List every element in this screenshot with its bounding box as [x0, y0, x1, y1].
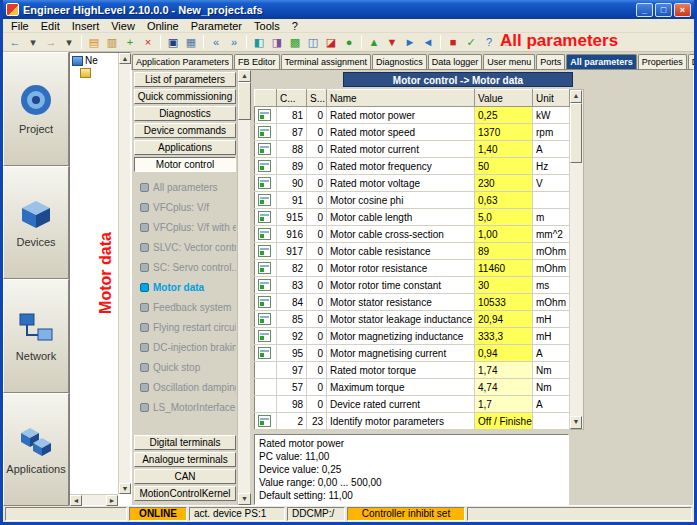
scrollbar-thumb[interactable] [570, 103, 582, 163]
scroll-up-icon[interactable]: ▲ [119, 53, 131, 64]
column-unit[interactable]: Unit [533, 90, 570, 107]
watch-icon[interactable]: ● [340, 34, 358, 51]
category-can[interactable]: CAN [134, 469, 236, 484]
subitem-dc-injection-braking[interactable]: DC-injection braking [140, 337, 236, 357]
table-row[interactable]: 95 0 Motor magnetising current 0,94 A [255, 345, 570, 362]
category-scrollbar[interactable]: ▲ ▼ [237, 70, 250, 505]
sidebar-item-project[interactable]: Project [3, 52, 69, 166]
delete-icon[interactable]: × [139, 34, 157, 51]
value-cell[interactable]: 0,25 [475, 107, 533, 124]
value-cell[interactable]: 1370 [475, 124, 533, 141]
oscilloscope-view-icon[interactable]: ◪ [322, 34, 340, 51]
tab-application-parameters[interactable]: Application Parameters [132, 54, 233, 69]
table-row[interactable]: 57 0 Maximum torque 4,74 Nm [255, 379, 570, 396]
value-cell[interactable]: 50 [475, 158, 533, 175]
column-sub[interactable]: S... [307, 90, 327, 107]
menu-file[interactable]: File [5, 20, 35, 32]
value-cell[interactable]: 1,40 [475, 141, 533, 158]
maximize-button[interactable]: □ [655, 3, 672, 17]
print-icon[interactable]: ▦ [182, 34, 200, 51]
tab-documentation[interactable]: Documentation [688, 54, 694, 69]
tab-all-parameters[interactable]: All parameters [566, 54, 637, 69]
new-project-icon[interactable]: ▤ [85, 34, 103, 51]
table-row[interactable]: 87 0 Rated motor speed 1370 rpm [255, 124, 570, 141]
table-row[interactable]: 89 0 Rated motor frequency 50 Hz [255, 158, 570, 175]
back-icon[interactable]: ← [6, 34, 24, 51]
go-online-icon[interactable]: ▲ [365, 34, 383, 51]
value-cell[interactable]: 230 [475, 175, 533, 192]
subitem-vfcplus-vf[interactable]: VFCplus: V/f [140, 197, 236, 217]
value-cell[interactable]: 333,3 [475, 328, 533, 345]
category-diagnostics[interactable]: Diagnostics [134, 106, 236, 121]
category-digital-terminals[interactable]: Digital terminals [134, 435, 236, 450]
table-row[interactable]: 2 23 Identify motor parameters Off / Fin… [255, 413, 570, 430]
table-row[interactable]: 98 0 Device rated current 1,7 A [255, 396, 570, 413]
category-list-of-parameters[interactable]: List of parameters [134, 72, 236, 87]
column-name[interactable]: Name [327, 90, 475, 107]
column-value[interactable]: Value [475, 90, 533, 107]
table-row[interactable]: 916 0 Motor cable cross-section 1,00 mm^… [255, 226, 570, 243]
insert-device-icon[interactable]: + [121, 34, 139, 51]
tab-terminal-assignment[interactable]: Terminal assignment [281, 54, 372, 69]
table-row[interactable]: 915 0 Motor cable length 5,0 m [255, 209, 570, 226]
column-code[interactable]: C... [277, 90, 307, 107]
tab-fb-editor[interactable]: FB Editor [234, 54, 280, 69]
value-cell[interactable]: 11460 [475, 260, 533, 277]
menu-online[interactable]: Online [141, 20, 185, 32]
save-icon[interactable]: ▣ [164, 34, 182, 51]
value-cell[interactable]: 0,94 [475, 345, 533, 362]
minimize-button[interactable]: _ [636, 3, 653, 17]
table-row[interactable]: 91 0 Motor cosine phi 0,63 [255, 192, 570, 209]
redo-icon[interactable]: » [225, 34, 243, 51]
scroll-up-icon[interactable]: ▲ [570, 90, 582, 103]
tab-user-menu[interactable]: User menu [483, 54, 535, 69]
forward-history-icon[interactable]: ▾ [60, 34, 78, 51]
undo-icon[interactable]: « [207, 34, 225, 51]
sidebar-item-applications[interactable]: Applications [3, 393, 69, 507]
subitem-oscillation-damping[interactable]: Oscillation damping [140, 377, 236, 397]
subitem-all-parameters[interactable]: All parameters [140, 177, 236, 197]
value-cell[interactable]: 10533 [475, 294, 533, 311]
terminal-view-icon[interactable]: ▩ [286, 34, 304, 51]
forward-icon[interactable]: → [42, 34, 60, 51]
value-cell[interactable]: 0,63 [475, 192, 533, 209]
value-cell[interactable]: Off / Finished [475, 413, 533, 430]
value-cell[interactable]: 5,0 [475, 209, 533, 226]
subitem-motor-data[interactable]: Motor data [140, 277, 236, 297]
go-offline-icon[interactable]: ▼ [383, 34, 401, 51]
category-device-commands[interactable]: Device commands [134, 123, 236, 138]
menu-help[interactable]: ? [286, 20, 304, 32]
tree-vertical-scrollbar[interactable]: ▲ ▼ [118, 53, 130, 494]
controller-enable-icon[interactable]: ✓ [462, 34, 480, 51]
table-row[interactable]: 88 0 Rated motor current 1,40 A [255, 141, 570, 158]
table-row[interactable]: 92 0 Motor magnetizing inductance 333,3 … [255, 328, 570, 345]
table-row[interactable]: 81 0 Rated motor power 0,25 kW [255, 107, 570, 124]
subitem-feedback-system[interactable]: Feedback system [140, 297, 236, 317]
open-project-icon[interactable]: ▥ [103, 34, 121, 51]
subitem-flying-restart[interactable]: Flying restart circuit [140, 317, 236, 337]
category-quick-commissioning[interactable]: Quick commissioning [134, 89, 236, 104]
download-parameters-icon[interactable]: ► [401, 34, 419, 51]
value-cell[interactable]: 30 [475, 277, 533, 294]
category-applications[interactable]: Applications [134, 140, 236, 155]
table-row[interactable]: 84 0 Motor stator resistance 10533 mOhm [255, 294, 570, 311]
help-icon[interactable]: ? [480, 34, 498, 51]
monitor-view-icon[interactable]: ◫ [304, 34, 322, 51]
scroll-left-icon[interactable]: ◄ [70, 495, 82, 506]
subitem-ls-motorinterface[interactable]: LS_MotorInterface [140, 397, 236, 417]
category-motioncontrolkernel[interactable]: MotionControlKernel [134, 486, 236, 501]
value-cell[interactable]: 20,94 [475, 311, 533, 328]
tree-horizontal-scrollbar[interactable]: ◄ ► [70, 494, 118, 505]
subitem-quick-stop[interactable]: Quick stop [140, 357, 236, 377]
value-cell[interactable]: 1,00 [475, 226, 533, 243]
table-row[interactable]: 917 0 Motor cable resistance 89 mOhm [255, 243, 570, 260]
table-scrollbar[interactable]: ▲ ▼ [570, 89, 584, 430]
tab-data-logger[interactable]: Data logger [428, 54, 483, 69]
menu-parameter[interactable]: Parameter [185, 20, 248, 32]
table-row[interactable]: 83 0 Motor rotor time constant 30 ms [255, 277, 570, 294]
upload-parameters-icon[interactable]: ◄ [419, 34, 437, 51]
category-analogue-terminals[interactable]: Analogue terminals [134, 452, 236, 467]
menu-edit[interactable]: Edit [35, 20, 66, 32]
tab-diagnostics[interactable]: Diagnostics [372, 54, 427, 69]
subitem-vfcplus-vf-eco[interactable]: VFCplus: V/f with e... [140, 217, 236, 237]
